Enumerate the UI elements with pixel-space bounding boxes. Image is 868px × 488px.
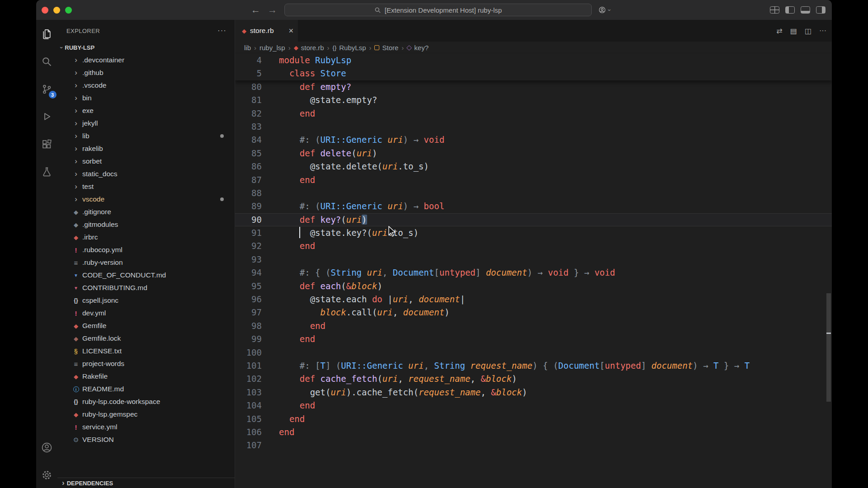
line-number[interactable]: 101 — [235, 359, 262, 372]
code-line-102[interactable]: 102 def cache_fetch(uri, request_name, &… — [235, 372, 832, 385]
line-content[interactable]: end — [262, 333, 315, 346]
code-line-85[interactable]: 85 def delete(uri) — [235, 147, 832, 160]
line-content[interactable]: end — [262, 399, 315, 412]
code-line-91[interactable]: 91 @state.key?(uri.to_s) — [235, 226, 832, 239]
tree-item-vscode[interactable]: ›vscode — [57, 193, 235, 206]
code-line-87[interactable]: 87 end — [235, 174, 832, 187]
code-line-95[interactable]: 95 def each(&block) — [235, 280, 832, 293]
code-line-4[interactable]: 4module RubyLsp — [235, 54, 832, 67]
tree-item-sorbet[interactable]: ›sorbet — [57, 155, 235, 168]
line-content[interactable]: #: { (String uri, Document[untyped] docu… — [262, 266, 615, 279]
line-number[interactable]: 84 — [235, 133, 262, 146]
line-content[interactable]: end — [262, 107, 315, 120]
breadcrumb-item-key[interactable]: key? — [407, 44, 429, 52]
activity-item-testing[interactable] — [37, 161, 57, 183]
line-number[interactable]: 89 — [235, 200, 262, 213]
tree-item-gitignore[interactable]: ◆.gitignore — [57, 206, 235, 218]
zoom-window-button[interactable] — [65, 7, 72, 14]
code-line-83[interactable]: 83 — [235, 120, 832, 133]
line-content[interactable]: @state.empty? — [262, 94, 377, 107]
split-editor-icon[interactable]: ◫ — [805, 27, 811, 35]
code-line-93[interactable]: 93 — [235, 253, 832, 266]
line-number[interactable]: 85 — [235, 147, 262, 160]
tab-store-rb[interactable]: ◆ store.rb × — [235, 20, 298, 42]
tree-item-jekyll[interactable]: ›jekyll — [57, 117, 235, 130]
code-line-82[interactable]: 82 end — [235, 107, 832, 120]
tree-item-bin[interactable]: ›bin — [57, 92, 235, 104]
command-center[interactable]: [Extension Development Host] ruby-lsp — [284, 4, 592, 16]
layout-grid-icon[interactable] — [770, 6, 779, 14]
line-content[interactable]: class Store — [262, 67, 346, 80]
activity-item-explorer[interactable] — [37, 23, 57, 45]
line-number[interactable]: 107 — [235, 439, 262, 452]
line-number[interactable]: 104 — [235, 399, 262, 412]
line-number[interactable]: 82 — [235, 107, 262, 120]
tree-item-ruby-lsp-gemspec[interactable]: ◆ruby-lsp.gemspec — [57, 408, 235, 421]
back-button[interactable]: ← — [251, 5, 260, 15]
tree-item-code-of-conduct-md[interactable]: ▼CODE_OF_CONDUCT.md — [57, 269, 235, 282]
tree-item-project-words[interactable]: ≡project-words — [57, 357, 235, 370]
tree-item-test[interactable]: ›test — [57, 180, 235, 193]
line-number[interactable]: 99 — [235, 333, 262, 346]
tree-item-dev-yml[interactable]: !dev.yml — [57, 307, 235, 319]
line-number[interactable]: 87 — [235, 174, 262, 187]
line-number[interactable]: 105 — [235, 413, 262, 426]
line-content[interactable]: #: [T] (URI::Generic uri, String request… — [262, 359, 750, 372]
line-content[interactable]: get(uri).cache_fetch(request_name, &bloc… — [262, 386, 527, 399]
close-tab-icon[interactable]: × — [288, 26, 293, 36]
line-number[interactable]: 5 — [235, 67, 262, 80]
code-line-98[interactable]: 98 end — [235, 319, 832, 333]
line-number[interactable]: 100 — [235, 346, 262, 359]
breadcrumb-item-store[interactable]: Store — [374, 44, 398, 52]
toggle-primary-sidebar-icon[interactable] — [785, 6, 795, 14]
activity-item-account[interactable] — [37, 437, 57, 458]
line-content[interactable] — [262, 346, 279, 359]
code-line-106[interactable]: 106end — [235, 426, 832, 439]
close-window-button[interactable] — [42, 7, 48, 14]
more-actions-icon[interactable]: ··· — [819, 27, 826, 35]
line-content[interactable]: end — [262, 413, 305, 426]
line-content[interactable]: def empty? — [262, 80, 351, 94]
line-number[interactable]: 81 — [235, 94, 262, 107]
tree-item-contributing-md[interactable]: ▼CONTRIBUTING.md — [57, 282, 235, 294]
tree-item-vscode[interactable]: ›.vscode — [57, 79, 235, 92]
code-line-84[interactable]: 84 #: (URI::Generic uri) → void — [235, 133, 832, 146]
tree-item-readme-md[interactable]: iREADME.md — [57, 383, 235, 395]
tree-item-gitmodules[interactable]: ◆.gitmodules — [57, 218, 235, 231]
line-number[interactable]: 95 — [235, 280, 262, 293]
line-content[interactable]: @state.delete(uri.to_s) — [262, 160, 429, 173]
tree-item-ruby-version[interactable]: ≡.ruby-version — [57, 256, 235, 269]
line-number[interactable]: 88 — [235, 187, 262, 200]
code-line-86[interactable]: 86 @state.delete(uri.to_s) — [235, 160, 832, 173]
line-number[interactable]: 4 — [235, 54, 262, 67]
activity-item-search[interactable] — [37, 51, 57, 72]
tree-item-gemfile-lock[interactable]: ◆Gemfile.lock — [57, 332, 235, 345]
line-content[interactable]: #: (URI::Generic uri) → void — [262, 133, 444, 146]
more-actions-icon[interactable]: ··· — [217, 26, 226, 35]
line-number[interactable]: 106 — [235, 426, 262, 439]
code-line-5[interactable]: 5 class Store — [235, 67, 832, 80]
line-number[interactable]: 80 — [235, 80, 262, 94]
tree-item-gemfile[interactable]: ◆Gemfile — [57, 319, 235, 332]
line-content[interactable]: #: (URI::Generic uri) → bool — [262, 200, 444, 213]
line-number[interactable]: 102 — [235, 372, 262, 385]
code-line-104[interactable]: 104 end — [235, 399, 832, 412]
line-content[interactable]: block.call(uri, document) — [262, 306, 450, 319]
line-number[interactable]: 98 — [235, 319, 262, 333]
activity-item-extensions[interactable] — [37, 134, 57, 155]
line-content[interactable]: def delete(uri) — [262, 147, 377, 160]
line-content[interactable]: def key?(uri) — [262, 213, 367, 226]
line-number[interactable]: 97 — [235, 306, 262, 319]
tree-item-version[interactable]: ⊙VERSION — [57, 433, 235, 446]
line-content[interactable]: end — [262, 174, 315, 187]
breadcrumb-item-lib[interactable]: lib — [244, 44, 251, 52]
line-number[interactable]: 92 — [235, 239, 262, 253]
code-line-88[interactable]: 88 — [235, 187, 832, 200]
code-area[interactable]: 4module RubyLsp5 class Store 80 def empt… — [235, 54, 832, 488]
toggle-secondary-sidebar-icon[interactable] — [816, 6, 826, 14]
code-line-99[interactable]: 99 end — [235, 333, 832, 346]
code-line-101[interactable]: 101 #: [T] (URI::Generic uri, String req… — [235, 359, 832, 372]
tree-item-devcontainer[interactable]: ›.devcontainer — [57, 54, 235, 66]
code-line-103[interactable]: 103 get(uri).cache_fetch(request_name, &… — [235, 386, 832, 399]
tree-item-ruby-lsp-code-workspace[interactable]: {}ruby-lsp.code-workspace — [57, 395, 235, 408]
